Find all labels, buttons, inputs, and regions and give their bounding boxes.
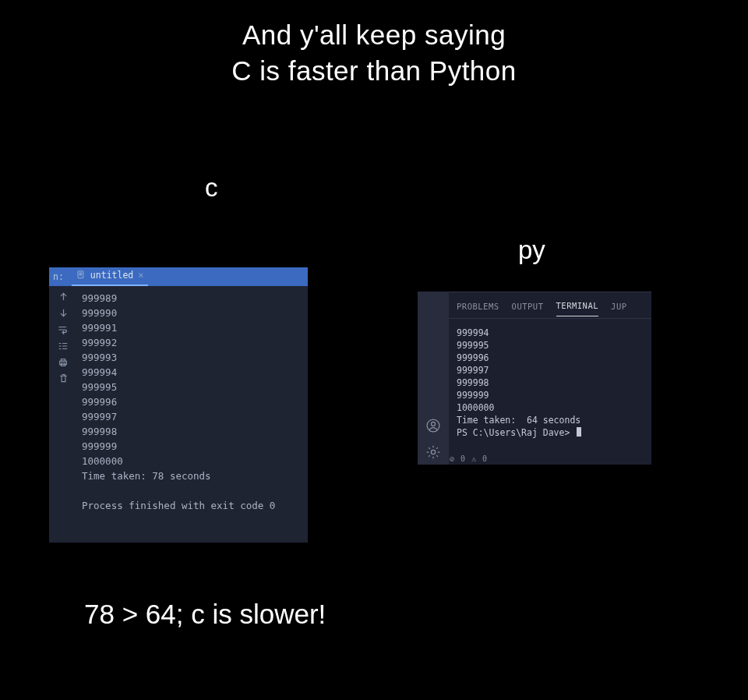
vscode-status-icons[interactable]: ⊘ 0 ⚠ 0	[450, 454, 488, 463]
tab-jupyter[interactable]: JUP	[611, 298, 626, 316]
c-line-9: 999998	[82, 426, 117, 437]
py-line-7: Time taken: 64 seconds	[457, 415, 580, 426]
meme-title-line2: C is faster than Python	[0, 53, 748, 89]
arrow-down-icon[interactable]	[58, 307, 69, 319]
py-line-4: 999998	[457, 377, 489, 388]
wrap-icon[interactable]	[58, 323, 69, 335]
c-tab-bar: n: untitled ×	[49, 267, 308, 286]
vscode-activity-bar	[418, 292, 449, 465]
gear-icon[interactable]	[425, 444, 441, 460]
svg-point-9	[431, 450, 435, 454]
py-line-5: 999999	[457, 390, 489, 401]
c-ide-window: n: untitled ×	[49, 267, 308, 543]
trash-icon[interactable]	[58, 373, 69, 384]
c-line-0: 999989	[82, 292, 117, 304]
c-line-12: Time taken: 78 seconds	[82, 470, 211, 482]
c-tab-untitled[interactable]: untitled ×	[72, 267, 149, 286]
py-line-2: 999996	[457, 352, 489, 363]
py-line-0: 999994	[457, 327, 489, 338]
py-line-3: 999997	[457, 365, 489, 376]
document-icon	[76, 270, 86, 280]
label-py: py	[518, 235, 545, 265]
c-line-4: 999993	[82, 352, 117, 363]
vscode-terminal-output[interactable]: 999994 999995 999996 999997 999998 99999…	[449, 319, 651, 442]
meme-title-line1: And y'all keep saying	[0, 17, 748, 53]
c-line-3: 999992	[82, 337, 117, 348]
print-icon[interactable]	[58, 356, 69, 368]
c-line-14: Process finished with exit code 0	[82, 500, 275, 511]
meme-title: And y'all keep saying C is faster than P…	[0, 0, 748, 88]
c-line-11: 1000000	[82, 455, 123, 467]
svg-point-8	[432, 422, 436, 426]
vscode-panel: PROBLEMS OUTPUT TERMINAL JUP 999994 9999…	[449, 292, 651, 465]
meme-punchline: 78 > 64; c is slower!	[84, 599, 326, 630]
close-icon[interactable]: ×	[138, 270, 143, 281]
c-line-7: 999996	[82, 396, 117, 408]
c-toolbar	[49, 286, 77, 519]
py-line-6: 1000000	[457, 402, 494, 413]
py-ide-window: PROBLEMS OUTPUT TERMINAL JUP 999994 9999…	[418, 292, 651, 465]
c-line-2: 999991	[82, 322, 117, 334]
tab-terminal[interactable]: TERMINAL	[556, 297, 599, 316]
c-console-output[interactable]: 999989 999990 999991 999992 999993 99999…	[77, 286, 308, 519]
tab-problems[interactable]: PROBLEMS	[457, 298, 499, 316]
py-prompt: PS C:\Users\Raj Dave>	[457, 427, 575, 438]
label-c: c	[205, 173, 218, 203]
vscode-panel-tabs: PROBLEMS OUTPUT TERMINAL JUP	[449, 295, 651, 319]
c-line-6: 999995	[82, 381, 117, 393]
c-line-5: 999994	[82, 366, 117, 378]
c-line-1: 999990	[82, 307, 117, 319]
arrow-up-icon[interactable]	[58, 291, 69, 302]
svg-rect-0	[78, 271, 83, 278]
stack-icon[interactable]	[58, 340, 69, 352]
c-tab-title: untitled	[90, 270, 133, 281]
c-line-8: 999997	[82, 411, 117, 422]
terminal-cursor	[577, 427, 581, 437]
py-line-1: 999995	[457, 340, 489, 351]
c-run-label: n:	[49, 271, 64, 282]
c-line-10: 999999	[82, 440, 117, 452]
tab-output[interactable]: OUTPUT	[512, 298, 544, 316]
svg-rect-5	[61, 359, 65, 361]
account-icon[interactable]	[425, 418, 441, 433]
